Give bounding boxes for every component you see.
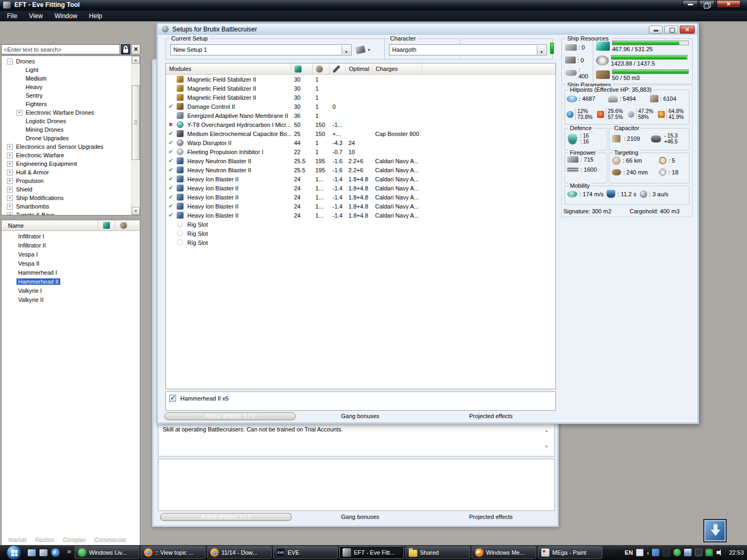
tree-item-drones[interactable]: -Drones	[2, 57, 131, 66]
tree-item-fighters[interactable]: Fighters	[2, 100, 131, 108]
tree-item-propulsion[interactable]: +Propulsion	[2, 177, 131, 185]
tree-item-logistic-drones[interactable]: Logistic Drones	[2, 117, 131, 125]
tree-item-electronics-and-sensor-upgrades[interactable]: +Electronics and Sensor Upgrades	[2, 142, 131, 151]
tree-item-smartbombs[interactable]: +Smartbombs	[2, 202, 131, 211]
collapse-icon[interactable]: -	[7, 59, 13, 65]
taskbar-button-eve[interactable]: EVE	[273, 546, 338, 559]
module-row[interactable]: ✔Heavy Neutron Blaster II25.5195-1.62.2+…	[166, 156, 555, 165]
module-row[interactable]: ✔Heavy Ion Blaster II241...-1.41.8+4.8Ca…	[166, 193, 555, 202]
menu-item-view[interactable]: View	[23, 11, 49, 21]
tree-item-sentry[interactable]: Sentry	[2, 91, 131, 100]
volume-icon[interactable]	[716, 549, 724, 556]
projected-effects-label[interactable]: Projected effects	[456, 514, 526, 520]
tree-item-drone-upgrades[interactable]: Drone Upgrades	[2, 134, 131, 142]
tab-faction[interactable]: Faction	[35, 536, 54, 542]
tree-scrollbar[interactable]	[131, 56, 140, 215]
optimal-column-header[interactable]: Optimal	[346, 63, 372, 74]
charges-column-header[interactable]: Charges	[372, 63, 422, 74]
shape-tray-icon[interactable]	[663, 549, 670, 556]
tree-item-shield[interactable]: +Shield	[2, 185, 131, 194]
close-button[interactable]	[680, 26, 695, 34]
tree-item-electronic-warfare[interactable]: +Electronic Warfare	[2, 151, 131, 159]
tree-item-electronic-warfare-drones[interactable]: +Electronic Warfare Drones	[2, 108, 131, 117]
list-item-valkyrie-i[interactable]: Valkyrie I	[2, 286, 140, 295]
module-row[interactable]: Magnetic Field Stabilizer II301	[166, 84, 555, 93]
tab-market[interactable]: Market	[9, 536, 27, 542]
module-row[interactable]: ✔Fleeting Propulsion Inhibitor I221-0.71…	[166, 147, 555, 156]
ie-icon[interactable]	[51, 548, 60, 557]
taskbar-button-eft-eve-fitt[interactable]: EFT - Eve Fitt...	[339, 546, 404, 559]
tree-item-engineering-equipment[interactable]: +Engineering Equipment	[2, 159, 131, 168]
lock-button[interactable]	[121, 44, 130, 54]
messenger-tray-icon[interactable]	[673, 549, 681, 556]
show-desktop-icon[interactable]	[28, 549, 36, 556]
module-row[interactable]: Magnetic Field Stabilizer II301	[166, 75, 555, 84]
download-arrow-button[interactable]	[703, 519, 727, 542]
scroll-thumb[interactable]	[132, 85, 140, 160]
tree-item-heavy[interactable]: Heavy	[2, 83, 131, 91]
chevron-down-icon[interactable]	[537, 45, 546, 54]
language-indicator[interactable]: EN	[625, 549, 633, 556]
menu-item-window[interactable]: Window	[49, 11, 83, 21]
taskbar-button-shared[interactable]: Shared	[406, 546, 470, 559]
list-item-infiltrator-ii[interactable]: Infiltrator II	[2, 241, 140, 250]
list-item-infiltrator-i[interactable]: Infiltrator I	[2, 231, 140, 241]
list-item-hammerhead-i[interactable]: Hammerhead I	[2, 268, 140, 277]
module-row[interactable]: ✔Heavy Ion Blaster II241...-1.41.8+4.8Ca…	[166, 174, 555, 183]
list-header[interactable]: Name	[2, 220, 140, 231]
module-row[interactable]: Magnetic Field Stabilizer II301	[166, 93, 555, 102]
keyboard-icon[interactable]	[636, 549, 643, 556]
modules-column-header[interactable]: Modules	[166, 63, 291, 74]
search-input[interactable]	[1, 44, 120, 54]
character-select[interactable]: Haargoth	[389, 44, 547, 55]
module-row[interactable]: ✔Heavy Neutron Blaster II25.5195-1.62.2+…	[166, 165, 555, 174]
taskbar-button-11-14-dow[interactable]: 11/14 - Dow...	[207, 546, 272, 559]
expand-icon[interactable]: +	[7, 144, 13, 150]
expand-icon[interactable]: +	[17, 110, 22, 116]
scroll-down-arrow[interactable]	[132, 207, 140, 215]
scroll-up-arrow[interactable]	[132, 56, 140, 64]
tree-item-ship-modifications[interactable]: +Ship Modifications	[2, 194, 131, 202]
clear-search-button[interactable]	[131, 44, 140, 54]
expand-icon[interactable]: +	[7, 187, 13, 193]
list-item-vespa-ii[interactable]: Vespa II	[2, 259, 140, 268]
module-row[interactable]: Rig Slot	[166, 238, 555, 247]
expand-icon[interactable]: +	[7, 212, 13, 215]
module-row[interactable]: ✔Heavy Ion Blaster II241...-1.41.8+4.8Ca…	[166, 183, 555, 193]
window-switcher-icon[interactable]	[39, 549, 47, 556]
module-row[interactable]: ✔Heavy Ion Blaster II241...-1.41.8+4.8Ca…	[166, 211, 555, 220]
module-row[interactable]: ✔Heavy Ion Blaster II241...-1.41.8+4.8Ca…	[166, 202, 555, 211]
taskbar-button-view-topic[interactable]: :: View topic ...	[141, 546, 205, 559]
module-row[interactable]: Rig Slot	[166, 229, 555, 238]
minimize-button[interactable]	[649, 26, 663, 34]
active-drones-bar[interactable]: Active drones: 5 / 5	[164, 412, 296, 420]
scroll-down-arrow[interactable]	[543, 443, 550, 450]
list-item-vespa-i[interactable]: Vespa I	[2, 250, 140, 259]
sync-tray-icon[interactable]	[652, 549, 659, 556]
collapse-chevron-icon[interactable]: ‹	[647, 549, 649, 556]
active-drones-bar[interactable]: Active drones: 5 / 5	[160, 513, 292, 521]
tab-commander[interactable]: Commander	[94, 536, 127, 542]
projected-effects-label[interactable]: Projected effects	[456, 413, 526, 419]
module-row[interactable]: ✔Medium Electrochemical Capacitor Bo...2…	[166, 129, 555, 138]
menu-item-file[interactable]: File	[1, 11, 23, 21]
tree-item-medium[interactable]: Medium	[2, 74, 131, 83]
expand-icon[interactable]: +	[7, 204, 13, 210]
setup-window-titlebar[interactable]: Setups for Brutix Battlecruiser	[158, 24, 697, 35]
maximize-button[interactable]	[664, 26, 678, 34]
modules-header[interactable]: Modules Optimal Charges	[166, 63, 555, 75]
restore-button[interactable]	[699, 0, 714, 8]
name-column-header[interactable]: Name	[2, 222, 98, 229]
minimize-button[interactable]	[682, 0, 698, 8]
list-item-hammerhead-ii[interactable]: Hammerhead II	[2, 277, 140, 286]
module-row[interactable]: Rig Slot	[166, 220, 555, 229]
menu-item-help[interactable]: Help	[83, 11, 108, 21]
expand-icon[interactable]: +	[7, 178, 13, 184]
expand-icon[interactable]: +	[7, 161, 13, 167]
scroll-up-arrow[interactable]	[543, 427, 550, 434]
tree-item-mining-drones[interactable]: Mining Drones	[2, 125, 131, 134]
setup-select[interactable]: New Setup 1	[170, 44, 352, 55]
drone-row[interactable]: Hammerhead II x5	[166, 392, 555, 402]
module-row[interactable]: Energized Adaptive Nano Membrane II361	[166, 111, 555, 120]
taskbar-button-windows-liv[interactable]: Windows Liv...	[75, 546, 139, 559]
